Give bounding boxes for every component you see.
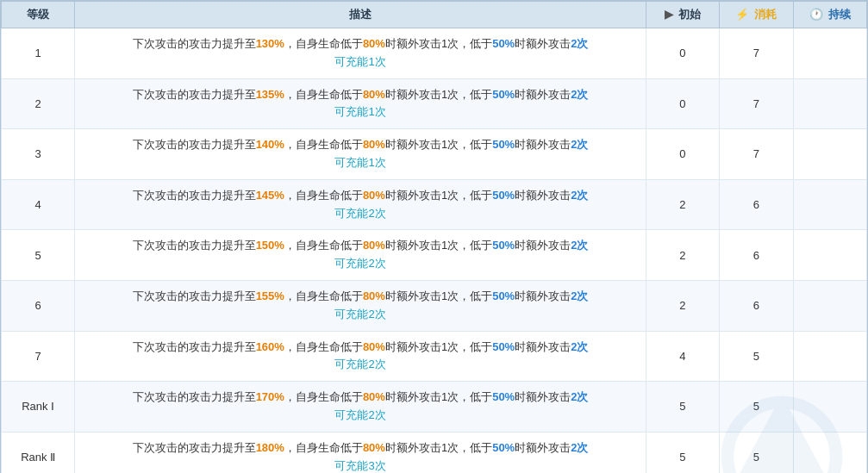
cost-cell: 6: [720, 280, 793, 331]
duration-cell: [793, 331, 866, 382]
duration-cell: [793, 230, 866, 281]
header-duration: 🕐 持续: [793, 2, 866, 28]
level-cell: 6: [2, 280, 75, 331]
cost-cell: 6: [720, 230, 793, 281]
start-cell: 0: [646, 78, 719, 129]
start-cell: 5: [646, 432, 719, 473]
desc-cell: 下次攻击的攻击力提升至130%，自身生命低于80%时额外攻击1次，低于50%时额…: [75, 28, 646, 79]
cost-icon: ⚡: [735, 8, 749, 21]
desc-cell: 下次攻击的攻击力提升至135%，自身生命低于80%时额外攻击1次，低于50%时额…: [75, 78, 646, 129]
duration-cell: [793, 28, 866, 79]
desc-cell: 下次攻击的攻击力提升至170%，自身生命低于80%时额外攻击1次，低于50%时额…: [75, 382, 646, 433]
duration-cell: [793, 432, 866, 473]
header-start: ▶ 初始: [646, 2, 719, 28]
header-level: 等级: [2, 2, 75, 28]
start-icon: ▶: [665, 8, 673, 21]
level-cell: 1: [2, 28, 75, 79]
cost-cell: 5: [720, 382, 793, 433]
start-cell: 5: [646, 382, 719, 433]
table-body: 1下次攻击的攻击力提升至130%，自身生命低于80%时额外攻击1次，低于50%时…: [2, 28, 867, 474]
level-cell: 4: [2, 179, 75, 230]
header-start-label: 初始: [678, 8, 701, 21]
table-row: 6下次攻击的攻击力提升至155%，自身生命低于80%时额外攻击1次，低于50%时…: [2, 280, 867, 331]
cost-cell: 7: [720, 78, 793, 129]
desc-cell: 下次攻击的攻击力提升至180%，自身生命低于80%时额外攻击1次，低于50%时额…: [75, 432, 646, 473]
table-row: Rank Ⅱ下次攻击的攻击力提升至180%，自身生命低于80%时额外攻击1次，低…: [2, 432, 867, 473]
table-row: 1下次攻击的攻击力提升至130%，自身生命低于80%时额外攻击1次，低于50%时…: [2, 28, 867, 79]
level-cell: 7: [2, 331, 75, 382]
header-duration-label: 持续: [828, 8, 851, 21]
desc-cell: 下次攻击的攻击力提升至150%，自身生命低于80%时额外攻击1次，低于50%时额…: [75, 230, 646, 281]
table-row: 7下次攻击的攻击力提升至160%，自身生命低于80%时额外攻击1次，低于50%时…: [2, 331, 867, 382]
cost-cell: 7: [720, 28, 793, 79]
cost-cell: 7: [720, 129, 793, 180]
skill-table-container: 等级 描述 ▶ 初始 ⚡ 消耗 🕐 持续 1: [0, 0, 868, 473]
table-row: Rank Ⅰ下次攻击的攻击力提升至170%，自身生命低于80%时额外攻击1次，低…: [2, 382, 867, 433]
duration-cell: [793, 280, 866, 331]
level-cell: 3: [2, 129, 75, 180]
start-cell: 4: [646, 331, 719, 382]
start-cell: 0: [646, 129, 719, 180]
level-cell: Rank Ⅰ: [2, 382, 75, 433]
duration-cell: [793, 179, 866, 230]
table-row: 4下次攻击的攻击力提升至145%，自身生命低于80%时额外攻击1次，低于50%时…: [2, 179, 867, 230]
cost-cell: 5: [720, 432, 793, 473]
start-cell: 2: [646, 280, 719, 331]
header-cost-label: 消耗: [754, 8, 777, 21]
header-desc: 描述: [75, 2, 646, 28]
table-row: 3下次攻击的攻击力提升至140%，自身生命低于80%时额外攻击1次，低于50%时…: [2, 129, 867, 180]
header-cost: ⚡ 消耗: [720, 2, 793, 28]
level-cell: 5: [2, 230, 75, 281]
table-row: 2下次攻击的攻击力提升至135%，自身生命低于80%时额外攻击1次，低于50%时…: [2, 78, 867, 129]
skill-table: 等级 描述 ▶ 初始 ⚡ 消耗 🕐 持续 1: [1, 1, 867, 473]
desc-cell: 下次攻击的攻击力提升至140%，自身生命低于80%时额外攻击1次，低于50%时额…: [75, 129, 646, 180]
table-header-row: 等级 描述 ▶ 初始 ⚡ 消耗 🕐 持续: [2, 2, 867, 28]
level-cell: Rank Ⅱ: [2, 432, 75, 473]
level-cell: 2: [2, 78, 75, 129]
start-cell: 2: [646, 230, 719, 281]
table-wrapper: 等级 描述 ▶ 初始 ⚡ 消耗 🕐 持续 1: [0, 0, 868, 473]
cost-cell: 6: [720, 179, 793, 230]
cost-cell: 5: [720, 331, 793, 382]
desc-cell: 下次攻击的攻击力提升至145%，自身生命低于80%时额外攻击1次，低于50%时额…: [75, 179, 646, 230]
start-cell: 2: [646, 179, 719, 230]
duration-cell: [793, 78, 866, 129]
table-row: 5下次攻击的攻击力提升至150%，自身生命低于80%时额外攻击1次，低于50%时…: [2, 230, 867, 281]
duration-cell: [793, 129, 866, 180]
duration-icon: 🕐: [809, 8, 823, 21]
desc-cell: 下次攻击的攻击力提升至160%，自身生命低于80%时额外攻击1次，低于50%时额…: [75, 331, 646, 382]
start-cell: 0: [646, 28, 719, 79]
desc-cell: 下次攻击的攻击力提升至155%，自身生命低于80%时额外攻击1次，低于50%时额…: [75, 280, 646, 331]
duration-cell: [793, 382, 866, 433]
